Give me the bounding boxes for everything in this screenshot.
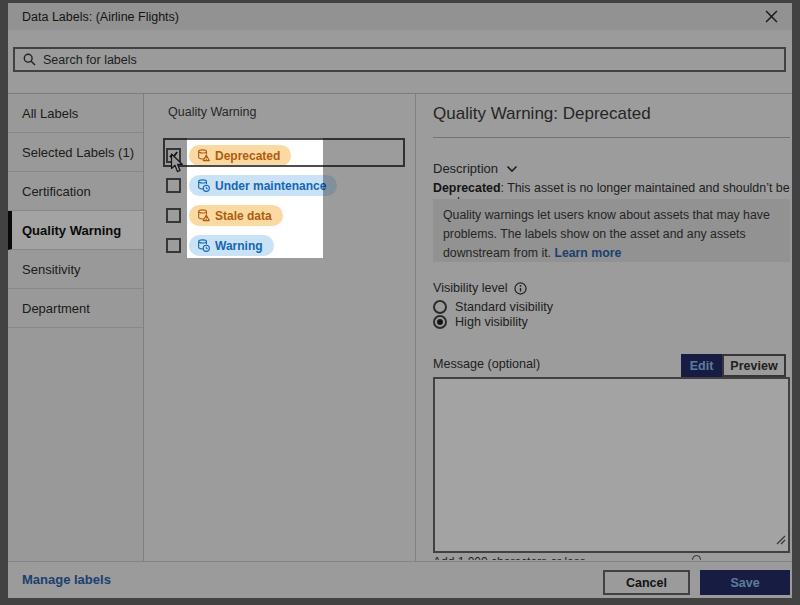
search-input[interactable]: Search for labels [13, 47, 786, 72]
sidebar: All Labels Selected Labels (1) Certifica… [8, 94, 143, 561]
checkbox-under-maintenance[interactable] [166, 178, 181, 193]
resize-handle-icon[interactable] [776, 531, 786, 549]
data-labels-dialog: Data Labels: (Airline Flights) Search fo… [8, 3, 792, 598]
emoji-icon[interactable] [692, 555, 704, 560]
dialog-footer: Manage labels Cancel Save [8, 561, 792, 598]
message-tabs: Edit Preview [681, 354, 786, 377]
dialog-title: Data Labels: (Airline Flights) [22, 10, 179, 24]
label-pill-stale-data[interactable]: Stale data [189, 205, 283, 226]
cancel-button[interactable]: Cancel [603, 570, 690, 595]
sidebar-item-selected-labels[interactable]: Selected Labels (1) [8, 133, 143, 172]
manage-labels-link[interactable]: Manage labels [22, 572, 111, 587]
radio-high-visibility[interactable]: High visibility [433, 315, 528, 329]
selected-row-outline [163, 138, 405, 167]
learn-more-link[interactable]: Learn more [554, 246, 621, 260]
label-list-header: Quality Warning [168, 105, 256, 119]
sidebar-item-all-labels[interactable]: All Labels [8, 94, 143, 133]
message-label: Message (optional) [433, 357, 540, 371]
dialog-titlebar: Data Labels: (Airline Flights) [8, 3, 792, 30]
radio-selected-icon [433, 315, 447, 329]
tab-edit[interactable]: Edit [681, 354, 722, 377]
search-placeholder: Search for labels [43, 53, 137, 67]
checkbox-stale-data[interactable] [166, 208, 181, 223]
message-textarea[interactable] [433, 377, 790, 553]
data-clock-icon [197, 179, 210, 192]
close-icon[interactable] [765, 10, 778, 23]
radio-standard-visibility[interactable]: Standard visibility [433, 300, 553, 314]
label-pill-under-maintenance[interactable]: Under maintenance [189, 175, 337, 196]
checkbox-warning[interactable] [166, 238, 181, 253]
search-icon [23, 53, 36, 66]
info-icon[interactable] [514, 282, 527, 295]
sidebar-item-sensitivity[interactable]: Sensitivity [8, 250, 143, 289]
details-title: Quality Warning: Deprecated [433, 104, 651, 124]
sidebar-item-quality-warning[interactable]: Quality Warning [8, 211, 143, 250]
details-panel: Quality Warning: Deprecated Description … [416, 94, 792, 561]
label-pill-warning[interactable]: Warning [189, 235, 274, 256]
mouse-cursor-icon [170, 153, 185, 178]
label-list-panel: Quality Warning Deprecated Under mainten… [144, 94, 415, 561]
divider [433, 137, 790, 138]
data-warning-icon [197, 209, 210, 222]
data-clock-icon [197, 239, 210, 252]
screenshot-root: Data Labels: (Airline Flights) Search fo… [0, 0, 800, 605]
sidebar-item-certification[interactable]: Certification [8, 172, 143, 211]
character-limit-hint: Add 1,000 characters or less [433, 555, 773, 560]
visibility-level-label: Visibility level [433, 281, 527, 295]
tab-preview[interactable]: Preview [722, 354, 786, 377]
radio-icon [433, 300, 447, 314]
description-section-toggle[interactable]: Description [433, 161, 518, 176]
info-box: Quality warnings let users know about as… [433, 199, 790, 262]
chevron-down-icon [506, 165, 518, 173]
save-button[interactable]: Save [700, 570, 790, 595]
sidebar-item-department[interactable]: Department [8, 289, 143, 328]
